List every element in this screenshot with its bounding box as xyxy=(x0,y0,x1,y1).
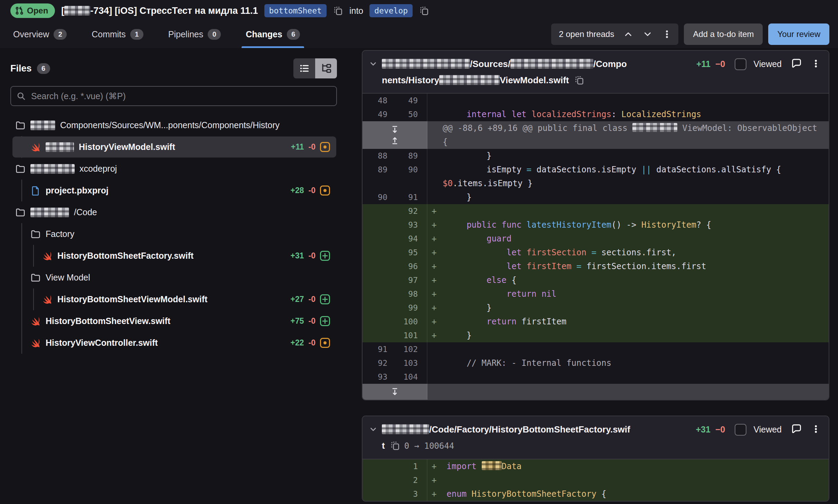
source-branch-badge[interactable]: bottomSheet xyxy=(264,4,327,17)
line-number-old[interactable]: 89 xyxy=(362,163,393,190)
threads-options-button[interactable] xyxy=(658,26,676,43)
expand-down-icon xyxy=(390,125,399,134)
target-branch-badge[interactable]: develop xyxy=(369,4,413,17)
line-number-new[interactable]: 90 xyxy=(393,163,423,190)
diff-gutter: 101 xyxy=(362,329,427,342)
line-number-new[interactable]: 101 xyxy=(393,329,423,342)
line-number-old[interactable] xyxy=(362,329,393,342)
line-number-new[interactable]: 1 xyxy=(393,459,423,473)
expand-down-button[interactable] xyxy=(390,387,399,397)
file-mode-change: 0 → 100644 xyxy=(404,441,454,451)
folder-row[interactable]: Components/Sources/WM...ponents/Componen… xyxy=(10,114,337,136)
line-number-new[interactable]: 95 xyxy=(393,246,423,259)
comment-button[interactable] xyxy=(791,58,802,70)
comment-button[interactable] xyxy=(791,423,802,436)
list-view-button[interactable] xyxy=(293,58,315,78)
line-number-old[interactable]: 88 xyxy=(362,149,393,163)
diff-file-panel: /Code/Factory/HistoryBottomSheetFactory.… xyxy=(362,416,829,502)
line-number-old[interactable]: 49 xyxy=(362,107,393,121)
viewed-checkbox[interactable] xyxy=(735,424,746,436)
file-name: HistoryBottomSheetFactory.swift xyxy=(57,251,194,261)
collapse-file-chevron-icon[interactable] xyxy=(369,426,377,433)
line-number-old[interactable] xyxy=(362,204,393,218)
line-number-new[interactable]: 50 xyxy=(393,107,423,121)
line-number-new[interactable]: 94 xyxy=(393,232,423,246)
line-number-new[interactable]: 104 xyxy=(393,370,423,384)
file-row[interactable]: HistoryBottomSheetView.swift+75-0 xyxy=(22,310,337,332)
file-row[interactable]: HistoryBottomSheetFactory.swift+31-0 xyxy=(34,245,337,267)
next-thread-button[interactable] xyxy=(639,26,656,43)
code-token: nil xyxy=(542,289,556,299)
file-diff-stats: +22-0 xyxy=(291,338,330,348)
folder-name: Factory xyxy=(46,229,74,239)
file-options-kebab-button[interactable] xyxy=(811,425,820,435)
previous-thread-button[interactable] xyxy=(620,26,637,43)
add-todo-button[interactable]: Add a to-do item xyxy=(684,23,763,45)
line-number-old[interactable] xyxy=(362,273,393,287)
line-number-old[interactable]: 92 xyxy=(362,356,393,370)
line-number-new[interactable]: 103 xyxy=(393,356,423,370)
line-number-new[interactable]: 102 xyxy=(393,342,423,356)
file-options-kebab-button[interactable] xyxy=(811,59,820,69)
line-number-new[interactable]: 99 xyxy=(393,301,423,315)
file-row[interactable]: HistoryViewModel.swift+11-0 xyxy=(22,136,337,158)
redacted-text xyxy=(382,424,429,434)
code-token xyxy=(497,220,501,230)
copy-source-branch-icon[interactable] xyxy=(333,6,343,16)
diff-file-header: /Sources//Components/HistoryViewModel.sw… xyxy=(362,51,829,94)
line-number-old[interactable]: 91 xyxy=(362,342,393,356)
tab-overview[interactable]: Overview2 xyxy=(10,20,69,48)
copy-file-path-icon[interactable] xyxy=(390,440,400,451)
code-line: + public func latestHistoryItem() -> His… xyxy=(427,218,829,232)
line-number-old[interactable] xyxy=(362,315,393,329)
expand-down-button[interactable] xyxy=(390,124,399,135)
collapse-file-chevron-icon[interactable] xyxy=(369,60,377,68)
folder-row[interactable]: Factory xyxy=(22,223,337,245)
line-number-old[interactable]: 90 xyxy=(362,190,393,204)
line-number-old[interactable] xyxy=(362,473,393,487)
code-token: HistoryItem xyxy=(641,220,696,230)
line-number-new[interactable]: 2 xyxy=(393,473,423,487)
code-token: firstSection xyxy=(527,248,586,257)
line-number-new[interactable]: 89 xyxy=(393,149,423,163)
file-row[interactable]: HistoryViewController.swift+22-0 xyxy=(22,332,337,354)
line-number-old[interactable] xyxy=(362,232,393,246)
line-number-new[interactable]: 100 xyxy=(393,315,423,329)
line-number-old[interactable]: 48 xyxy=(362,94,393,107)
folder-row[interactable]: View Model xyxy=(22,267,337,288)
line-number-old[interactable] xyxy=(362,246,393,259)
code-token: return xyxy=(507,289,537,299)
tree-view-button[interactable] xyxy=(315,58,337,78)
line-number-new[interactable]: 96 xyxy=(393,259,423,273)
line-number-new[interactable]: 91 xyxy=(393,190,423,204)
tab-commits[interactable]: Commits1 xyxy=(89,20,146,48)
line-number-old[interactable] xyxy=(362,301,393,315)
tab-changes[interactable]: Changes6 xyxy=(243,20,303,48)
copy-target-branch-icon[interactable] xyxy=(419,6,429,16)
line-number-old[interactable]: 93 xyxy=(362,370,393,384)
line-number-old[interactable] xyxy=(362,287,393,301)
line-number-new[interactable]: 49 xyxy=(393,94,423,107)
line-number-new[interactable]: 92 xyxy=(393,204,423,218)
folder-row[interactable]: xcodeproj xyxy=(10,158,337,180)
additions-count: +31 xyxy=(696,425,710,435)
file-row[interactable]: HistoryBottomSheetViewModel.swift+27-0 xyxy=(34,288,337,310)
copy-file-path-icon[interactable] xyxy=(574,75,584,85)
line-number-new[interactable]: 97 xyxy=(393,273,423,287)
your-review-button[interactable]: Your review xyxy=(768,23,829,45)
line-number-new[interactable]: 3 xyxy=(393,487,423,501)
line-number-old[interactable] xyxy=(362,259,393,273)
file-row[interactable]: project.pbxproj+28-0 xyxy=(22,180,337,201)
file-search-input[interactable] xyxy=(30,91,331,102)
folder-row[interactable]: /Code xyxy=(10,201,337,223)
line-number-new[interactable]: 98 xyxy=(393,287,423,301)
line-number-new[interactable]: 93 xyxy=(393,218,423,232)
line-number-old[interactable] xyxy=(362,218,393,232)
line-number-old[interactable] xyxy=(362,459,393,473)
line-number-old[interactable] xyxy=(362,487,393,501)
expand-up-button[interactable] xyxy=(390,135,399,146)
open-threads-label: 2 open threads xyxy=(559,29,614,39)
tab-pipelines[interactable]: Pipelines0 xyxy=(166,20,224,48)
viewed-checkbox[interactable] xyxy=(735,58,746,70)
code-token: guard xyxy=(487,234,511,244)
